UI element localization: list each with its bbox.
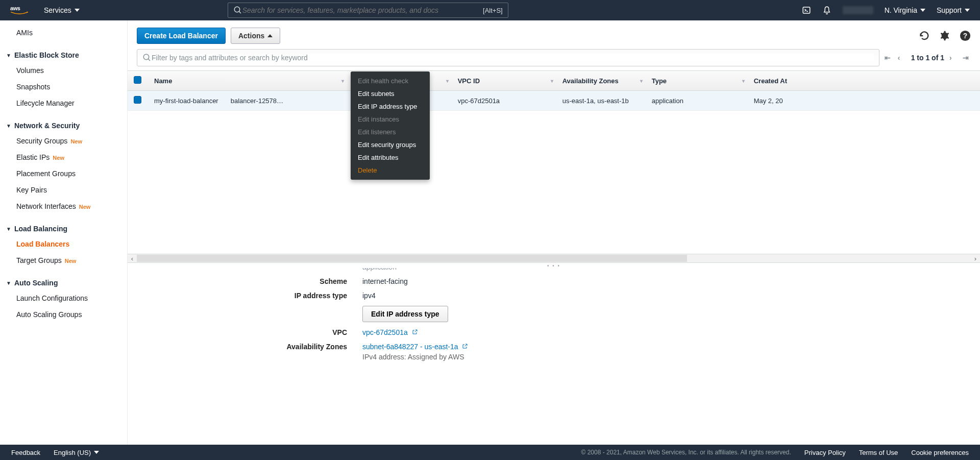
sidebar-item-auto-scaling-groups[interactable]: Auto Scaling Groups: [0, 306, 127, 323]
column-az[interactable]: Availability Zones▾: [556, 71, 646, 91]
filter-input[interactable]: [152, 54, 874, 62]
chevron-down-icon: ▼: [6, 123, 11, 129]
sidebar-section-header[interactable]: ▼Auto Scaling: [0, 274, 127, 290]
horizontal-scrollbar[interactable]: ‹ ›: [128, 254, 980, 263]
filter-input-wrap[interactable]: [137, 49, 879, 66]
svg-line-9: [148, 59, 150, 61]
main-content: Create Load Balancer Actions ? ⇤ ‹ 1 to …: [128, 20, 980, 445]
pagination-first[interactable]: ⇤: [885, 54, 893, 62]
chevron-down-icon: ▼: [6, 280, 11, 286]
sidebar-item-network-interfaces[interactable]: Network InterfacesNew: [0, 198, 127, 214]
cookie-preferences-link[interactable]: Cookie preferences: [911, 449, 969, 456]
region-selector[interactable]: N. Virginia: [885, 6, 925, 14]
detail-type-value: application: [362, 268, 397, 271]
chevron-down-icon: ▼: [6, 226, 11, 232]
detail-ip-type-label: IP address type: [128, 292, 362, 300]
cell-vpc: vpc-67d2501a: [452, 91, 556, 111]
svg-point-1: [234, 7, 240, 12]
scroll-left[interactable]: ‹: [128, 255, 137, 262]
aws-logo[interactable]: aws: [10, 5, 29, 16]
pagination-next[interactable]: ›: [949, 54, 958, 62]
external-link-icon: [462, 343, 468, 349]
column-dns[interactable]: ▾: [225, 71, 347, 91]
help-icon[interactable]: ?: [960, 30, 971, 41]
sidebar-item-amis[interactable]: AMIs: [0, 25, 127, 41]
sidebar-item-lifecycle-manager[interactable]: Lifecycle Manager: [0, 95, 127, 111]
pagination: ⇤ ‹ 1 to 1 of 1 › ⇥: [885, 54, 971, 62]
cell-az: us-east-1a, us-east-1b: [556, 91, 646, 111]
actions-menu-item-edit-ip-address-type[interactable]: Edit IP address type: [351, 100, 430, 113]
search-icon: [142, 53, 152, 62]
sidebar-section-header[interactable]: ▼Elastic Block Store: [0, 46, 127, 62]
new-badge: New: [53, 155, 64, 161]
sidebar-item-volumes[interactable]: Volumes: [0, 62, 127, 79]
split-handle[interactable]: • • •: [128, 263, 980, 268]
sidebar: AMIs ▼Elastic Block StoreVolumesSnapshot…: [0, 20, 128, 445]
sidebar-item-target-groups[interactable]: Target GroupsNew: [0, 252, 127, 269]
table-row[interactable]: my-first-load-balancer balancer-12578… p…: [128, 91, 980, 111]
sidebar-section-header[interactable]: ▼Load Balancing: [0, 220, 127, 236]
actions-menu-item-edit-attributes[interactable]: Edit attributes: [351, 151, 430, 164]
privacy-policy-link[interactable]: Privacy Policy: [804, 449, 846, 456]
search-icon: [233, 6, 242, 15]
column-vpc[interactable]: VPC ID▾: [452, 71, 556, 91]
column-type[interactable]: Type▾: [646, 71, 748, 91]
terms-link[interactable]: Terms of Use: [859, 449, 898, 456]
sidebar-item-placement-groups[interactable]: Placement Groups: [0, 165, 127, 182]
pagination-last[interactable]: ⇥: [963, 54, 971, 62]
actions-menu-item-edit-health-check: Edit health check: [351, 75, 430, 87]
vpc-link[interactable]: vpc-67d2501a: [362, 328, 408, 336]
details-panel: Type application Scheme internet-facing …: [128, 268, 980, 445]
cloudshell-icon[interactable]: [802, 6, 811, 15]
column-name[interactable]: Name: [148, 71, 225, 91]
sidebar-item-key-pairs[interactable]: Key Pairs: [0, 182, 127, 198]
feedback-link[interactable]: Feedback: [11, 449, 40, 456]
sidebar-item-elastic-ips[interactable]: Elastic IPsNew: [0, 149, 127, 165]
edit-ip-address-type-button[interactable]: Edit IP address type: [362, 306, 448, 322]
create-load-balancer-button[interactable]: Create Load Balancer: [137, 28, 226, 44]
sidebar-item-load-balancers[interactable]: Load Balancers: [0, 236, 127, 252]
actions-button[interactable]: Actions: [231, 28, 280, 44]
external-link-icon: [412, 329, 418, 335]
caret-up-icon: [267, 34, 273, 37]
services-menu[interactable]: Services: [44, 6, 80, 14]
search-input[interactable]: [242, 6, 483, 14]
scroll-right[interactable]: ›: [971, 255, 980, 262]
column-created[interactable]: Created At: [748, 71, 980, 91]
scroll-thumb[interactable]: [137, 255, 687, 262]
copyright: © 2008 - 2021, Amazon Web Services, Inc.…: [581, 449, 791, 456]
subnet-link[interactable]: subnet-6a848227 - us-east-1a: [362, 343, 458, 351]
sidebar-item-security-groups[interactable]: Security GroupsNew: [0, 133, 127, 149]
services-label: Services: [44, 6, 71, 14]
detail-vpc-label: VPC: [128, 328, 362, 336]
select-all-checkbox[interactable]: [134, 76, 141, 84]
detail-scheme-label: Scheme: [128, 277, 362, 285]
search-shortcut: [Alt+S]: [483, 7, 503, 14]
refresh-icon[interactable]: [919, 30, 930, 41]
sidebar-item-snapshots[interactable]: Snapshots: [0, 79, 127, 95]
actions-menu-item-edit-subnets[interactable]: Edit subnets: [351, 87, 430, 100]
svg-line-10: [414, 330, 417, 332]
cell-type: application: [646, 91, 748, 111]
notifications-icon[interactable]: [822, 6, 831, 15]
cell-created: May 2, 20: [748, 91, 980, 111]
actions-menu-item-delete[interactable]: Delete: [351, 164, 430, 177]
global-search[interactable]: [Alt+S]: [228, 3, 508, 18]
actions-menu-item-edit-security-groups[interactable]: Edit security groups: [351, 138, 430, 151]
sidebar-section-header[interactable]: ▼Network & Security: [0, 116, 127, 133]
row-checkbox[interactable]: [134, 96, 141, 104]
chevron-down-icon: ▼: [6, 53, 11, 58]
actions-label: Actions: [238, 32, 264, 40]
sidebar-item-launch-configurations[interactable]: Launch Configurations: [0, 290, 127, 306]
svg-text:aws: aws: [10, 5, 20, 11]
support-label: Support: [937, 6, 962, 14]
account-menu-obscured[interactable]: [843, 6, 873, 14]
detail-scheme-value: internet-facing: [362, 277, 408, 285]
svg-line-11: [465, 344, 468, 347]
settings-icon[interactable]: [939, 30, 950, 41]
svg-text:?: ?: [963, 32, 967, 40]
chevron-down-icon: [75, 9, 80, 12]
pagination-prev[interactable]: ‹: [898, 54, 906, 62]
support-menu[interactable]: Support: [937, 6, 970, 14]
language-selector[interactable]: English (US): [54, 449, 99, 456]
